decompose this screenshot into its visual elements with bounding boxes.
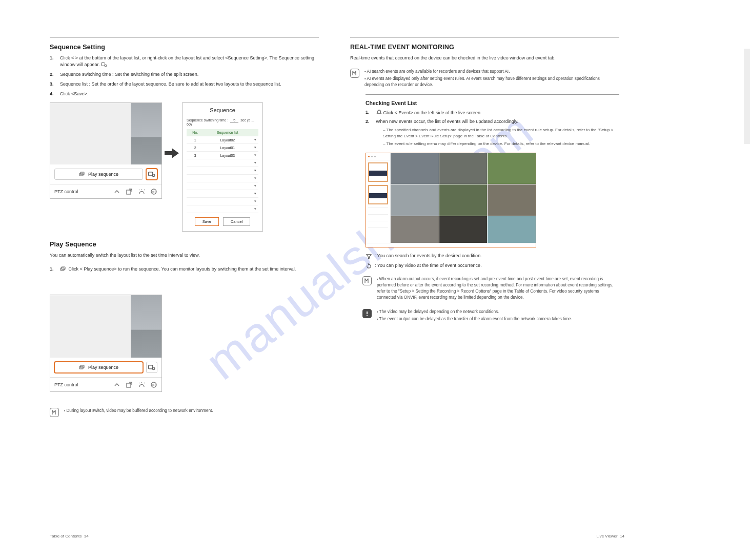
sequence-list-table: No. Sequence list 1Layout02▾ 2Layout01▾ …	[187, 129, 258, 213]
funnel-icon	[366, 253, 372, 259]
table-row[interactable]: ▾	[187, 198, 258, 205]
play-sequence-label: Play sequence	[88, 172, 118, 177]
popout-icon[interactable]	[126, 188, 133, 195]
event-card[interactable]	[368, 162, 388, 182]
replay-icon	[366, 263, 372, 269]
switching-time-input[interactable]: 5	[230, 118, 238, 122]
table-row[interactable]: ▾	[187, 159, 258, 167]
camera-tile[interactable]	[488, 216, 536, 247]
play-sequence-button[interactable]: Play sequence	[54, 169, 143, 180]
table-row[interactable]: ▾	[187, 205, 258, 213]
table-row[interactable]: ▾	[187, 182, 258, 190]
svg-text:REC: REC	[152, 191, 156, 193]
seq-setting-steps: 1.Click < > at the bottom of the layout …	[50, 55, 319, 97]
note-important: The video may be delayed depending on th…	[362, 309, 619, 323]
list-item[interactable]	[368, 221, 388, 226]
camera-tile[interactable]	[439, 184, 488, 215]
list-item[interactable]	[368, 208, 388, 213]
bell-icon	[376, 109, 382, 115]
camera-image-area	[50, 103, 161, 164]
rec-icon[interactable]: REC	[150, 381, 157, 388]
chevron-up-icon[interactable]	[113, 188, 120, 195]
note-m-record: When an alarm output occurs, if event re…	[362, 276, 619, 302]
camera-panel-seq: Play sequence PTZ control REC	[50, 102, 162, 199]
sequence-toolbar: Play sequence	[54, 168, 157, 181]
heading-play-sequence: Play Sequence	[50, 241, 319, 248]
cancel-button[interactable]: Cancel	[223, 217, 250, 226]
camera-tile[interactable]	[439, 153, 488, 184]
camera-tile[interactable]	[391, 184, 439, 215]
camera-tile[interactable]	[488, 153, 536, 184]
note-m-ai: AI search events are only available for …	[350, 69, 619, 89]
svg-rect-0	[102, 63, 105, 66]
note-m-icon	[362, 276, 372, 285]
col-seq: Sequence list	[204, 129, 251, 136]
svg-rect-4	[149, 172, 153, 176]
alarm-icon[interactable]	[138, 381, 145, 388]
dialog-switching-time: Sequence switching time : 5 sec (5 ... 6…	[187, 118, 258, 126]
chevron-up-icon[interactable]	[113, 381, 120, 388]
table-row[interactable]: 3Layout03▾	[187, 152, 258, 159]
camera-panel-play: Play sequence PTZ control REC	[50, 295, 162, 392]
play-sequence-lead: You can automatically switch the layout …	[50, 252, 319, 259]
footer-right: Live Viewer 14	[596, 534, 624, 538]
right-edge-tab	[744, 49, 750, 144]
heading-sequence-setting: Sequence Setting	[50, 44, 319, 51]
heading-check-event-list: Checking Event List	[366, 100, 619, 106]
sequence-settings-button[interactable]	[146, 362, 157, 373]
popout-icon[interactable]	[126, 381, 133, 388]
alarm-icon[interactable]	[138, 188, 145, 195]
camera-grid	[391, 153, 536, 247]
note-m: During layout switch, video may be buffe…	[50, 408, 319, 417]
svg-rect-13	[149, 365, 153, 369]
page-left: Sequence Setting 1.Click < > at the bott…	[50, 37, 319, 535]
layers-icon	[79, 171, 85, 177]
top-rule-right	[350, 37, 619, 37]
list-item[interactable]	[368, 227, 388, 233]
arrow-right-icon	[165, 148, 179, 159]
event-rule	[366, 94, 619, 95]
camera-tile[interactable]	[391, 153, 439, 184]
footer-left: Table of Contents 14	[50, 534, 89, 538]
ptz-label: PTZ control	[54, 189, 78, 194]
event-sidebar-header	[366, 153, 390, 160]
event-lead: Real-time events that occurred on the de…	[350, 55, 619, 61]
table-row[interactable]: ▾	[187, 167, 258, 175]
ptz-row: PTZ control REC	[50, 184, 161, 198]
event-screenshot	[366, 153, 536, 247]
table-row[interactable]: 2Layout01▾	[187, 144, 258, 152]
svg-rect-18	[367, 312, 368, 314]
table-row[interactable]: ▾	[187, 175, 258, 182]
table-row[interactable]: ▾	[187, 190, 258, 198]
ptz-label: PTZ control	[54, 382, 78, 387]
camera-tile[interactable]	[439, 216, 488, 247]
play-sequence-button[interactable]: Play sequence	[54, 362, 143, 373]
layers-icon	[79, 364, 85, 370]
top-rule-left	[50, 37, 319, 37]
svg-rect-19	[367, 315, 368, 316]
event-card[interactable]	[368, 185, 388, 204]
event-sidebar	[366, 153, 391, 247]
sequence-settings-button[interactable]	[146, 169, 157, 180]
list-item[interactable]	[368, 214, 388, 220]
table-row[interactable]: 1Layout02▾	[187, 136, 258, 144]
camera-tile[interactable]	[488, 184, 536, 215]
rec-icon[interactable]: REC	[150, 188, 157, 195]
event-bottom-bar	[366, 243, 536, 247]
layers-icon	[60, 266, 66, 272]
camera-tile[interactable]	[391, 216, 439, 247]
important-icon	[362, 309, 372, 318]
svg-text:REC: REC	[152, 384, 156, 386]
heading-event-monitoring: REAL-TIME EVENT MONITORING	[350, 44, 619, 51]
col-no: No.	[187, 129, 204, 136]
dialog-title: Sequence	[187, 107, 258, 113]
note-m-icon	[50, 408, 59, 417]
play-sequence-label: Play sequence	[88, 365, 118, 370]
sequence-dialog: Sequence Sequence switching time : 5 sec…	[182, 102, 263, 232]
note-m-icon	[350, 69, 359, 78]
save-button[interactable]: Save	[195, 217, 219, 226]
sequence-gear-icon	[101, 61, 107, 68]
page-right: REAL-TIME EVENT MONITORING Real-time eve…	[350, 37, 619, 535]
